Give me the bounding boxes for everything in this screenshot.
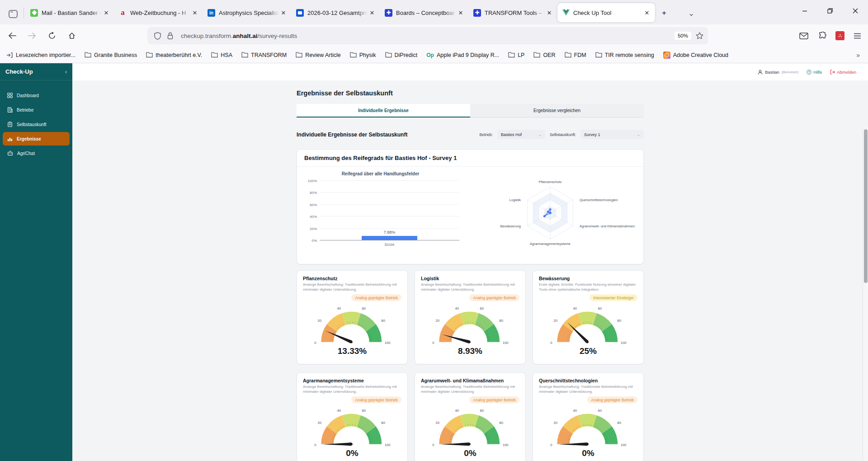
folder-icon [385,52,392,58]
survey-select[interactable]: Survey 1 ⌄ [580,130,644,139]
bookmark-star-icon[interactable] [696,32,703,39]
forward-button[interactable] [24,28,40,43]
gauge-card-agrarumwelt: Agrarumwelt- und Klimamaßnahmen Analoge … [415,372,526,461]
browser-tab-linkedin[interactable]: in Astrophysics Specialist ✕ [203,3,292,22]
svg-text:80: 80 [499,319,503,323]
mail-favicon-icon [30,9,38,17]
bookmark-adobe[interactable]: Adobe Creative Cloud [663,52,728,59]
folder-icon [146,52,153,58]
firefox-view-icon[interactable] [5,6,21,22]
home-button[interactable] [64,28,80,43]
svg-text:40: 40 [455,306,459,310]
tab-close-icon[interactable]: ✕ [642,8,651,17]
folder-icon [508,52,515,58]
browser-tab-mail[interactable]: Mail - Bastian Sander - ✕ [26,3,114,22]
tab-title: 2026-03-12 Gesamtpro [307,9,368,16]
tab-close-icon[interactable]: ✕ [279,8,288,17]
bar-chart-xlabel: Score [320,242,459,247]
browser-tab-checkup-active[interactable]: Check Up Tool ✕ [557,3,655,22]
radar-chart: PflanzenschutzQuerschnittstechnologienAg… [471,169,643,258]
help-link[interactable]: ? Hilfe [807,70,822,75]
logout-link[interactable]: Abmelden [830,70,856,75]
browser-tab-gesamtpro[interactable]: 2026-03-12 Gesamtpro ✕ [292,3,380,22]
filter-row: Individuelle Ergebnisse der Selbstauskun… [297,130,644,139]
tab-close-icon[interactable]: ✕ [545,8,554,17]
folder-icon [85,52,91,58]
url-bar[interactable]: checkup.transform.anhalt.ai/survey-resul… [147,27,708,44]
zoom-level-badge[interactable]: 50% [675,32,691,40]
betrieb-select[interactable]: Basties Hof ⌄ [497,130,545,139]
browser-tab-zeitbuchung[interactable]: a Web-Zeitbuchung - H ✕ [114,3,203,22]
back-button[interactable] [5,28,20,43]
mail-extension-icon[interactable] [797,29,810,42]
gauge-chart: 020406080100 [429,302,511,347]
close-window-button[interactable] [843,0,868,22]
gauge-chart: 020406080100 [429,404,511,449]
y-axis-tick-label: 60% [310,202,317,207]
browser-tab-transform-tools[interactable]: ✚ TRANSFORM Tools – C ✕ [469,3,557,22]
sidebar-item-betriebe[interactable]: Betriebe [3,103,70,117]
conceptboard-favicon-icon: ✚ [473,9,481,17]
sidebar-item-dashboard[interactable]: Dashboard [3,89,70,102]
extensions-puzzle-icon[interactable] [816,29,829,42]
sidebar-header: Check-Up ‹ [0,63,72,80]
browser-tab-boards[interactable]: ✚ Boards – Conceptboar ✕ [380,3,469,22]
scrollbar-thumb[interactable] [864,129,868,283]
tab-title: Check Up Tool [573,9,642,16]
sidebar-item-agrichat[interactable]: AgriChat [3,146,70,160]
overall-bar-chart: Reifegrad über alle Handlungsfelder 7.88… [297,167,470,260]
score-bar-value: 7.88% [384,230,396,235]
bookmark-folder[interactable]: DiPredict [385,52,418,58]
svg-text:100: 100 [621,443,627,447]
gridline [320,204,459,205]
logout-icon [830,70,835,75]
url-text[interactable]: checkup.transform.anhalt.ai/survey-resul… [181,33,675,39]
user-info[interactable]: Bastian (Benutzer) [758,70,798,75]
tab-ergebnisse-vergleichen[interactable]: Ergebnisse vergleichen [470,104,644,118]
shield-icon[interactable] [151,29,164,42]
gridline [320,240,459,240]
reload-button[interactable] [44,28,60,43]
sidebar-item-selbstauskunft[interactable]: Selbstauskunft [3,118,70,131]
svg-text:100: 100 [385,341,391,345]
bookmark-folder[interactable]: LP [508,52,524,58]
gridline [320,228,459,229]
bookmark-apple-ipad[interactable]: OpApple iPad 9 Display R... [426,52,499,58]
red-extension-icon[interactable]: ∴ [835,31,844,40]
bookmarks-overflow-chevron[interactable]: » [856,52,860,59]
tab-close-icon[interactable]: ✕ [456,8,465,17]
tab-title: Mail - Bastian Sander - [42,9,102,16]
hamburger-menu-icon[interactable] [851,29,863,42]
gauge-card-bewaesserung: Bewässerung Erste digitale Schritte: Pun… [533,270,644,364]
svg-text:?: ? [808,70,810,73]
page-scrollbar[interactable] [863,127,868,461]
restore-button[interactable] [817,0,843,22]
lock-icon[interactable] [164,29,176,42]
bookmark-folder[interactable]: Physik [350,52,376,58]
bookmark-folder[interactable]: TIR remote sensing [595,52,654,58]
sidebar-collapse-icon[interactable]: ‹ [65,69,67,75]
tab-title: Astrophysics Specialist [219,9,279,16]
bookmark-folder[interactable]: Review Article [296,52,341,58]
tab-close-icon[interactable]: ✕ [190,8,199,17]
gauge-chart: 020406080100 [547,302,629,347]
page-title: Ergebnisse der Selbstauskunft [297,89,644,97]
tab-close-icon[interactable]: ✕ [102,8,111,17]
bookmark-folder[interactable]: theaterberührt e.V. [146,52,202,58]
bookmark-import[interactable]: Lesezeichen importier... [6,52,75,58]
gridline [320,192,459,193]
bookmark-folder[interactable]: Granite Business [85,52,137,58]
bookmark-folder[interactable]: FDM [565,52,586,58]
new-tab-button[interactable]: + [657,6,671,20]
bookmark-folder[interactable]: TRANSFORM [241,52,287,58]
svg-text:100: 100 [503,341,509,345]
sidebar-item-ergebnisse[interactable]: Ergebnisse [3,132,70,146]
status-badge: Analog geprägter Betrieb [351,396,401,403]
tab-individuelle-ergebnisse[interactable]: Individuelle Ergebnisse [297,104,470,118]
bookmark-folder[interactable]: HSA [211,52,232,58]
tab-close-icon[interactable]: ✕ [368,8,377,17]
svg-text:Agrarumwelt- und Klimamaßnahme: Agrarumwelt- und Klimamaßnahmen [580,224,635,228]
list-tabs-button[interactable]: ⌄ [684,6,698,20]
bookmark-folder[interactable]: OER [533,52,555,58]
minimize-button[interactable] [792,0,817,22]
